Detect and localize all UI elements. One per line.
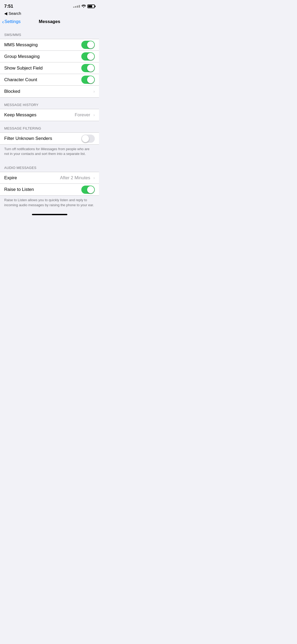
section-header-smsmms: SMS/MMS: [0, 27, 99, 39]
show-subject-field-row: Show Subject Field: [0, 62, 99, 74]
group-messaging-row: Group Messaging: [0, 51, 99, 62]
raise-to-listen-description: Raise to Listen allows you to quickly li…: [0, 196, 99, 211]
keep-messages-label: Keep Messages: [4, 112, 75, 118]
audio-messages-group: Expire After 2 Minutes › Raise to Listen: [0, 172, 99, 196]
expire-value: After 2 Minutes: [60, 175, 90, 181]
home-bar: [32, 214, 67, 215]
wifi-icon: [82, 4, 86, 8]
filter-unknown-senders-row: Filter Unknown Senders: [0, 133, 99, 144]
filter-unknown-senders-label: Filter Unknown Senders: [4, 136, 81, 141]
back-label: Settings: [4, 19, 21, 24]
blocked-row[interactable]: Blocked ›: [0, 86, 99, 97]
filter-unknown-senders-description: Turn off notifications for iMessages fro…: [0, 145, 99, 160]
status-bar: 7:51: [0, 0, 99, 11]
show-subject-field-label: Show Subject Field: [4, 66, 81, 71]
raise-to-listen-label: Raise to Listen: [4, 187, 81, 192]
mms-messaging-toggle[interactable]: [81, 41, 95, 49]
group-messaging-label: Group Messaging: [4, 54, 81, 59]
blocked-label: Blocked: [4, 89, 91, 94]
section-header-audio-messages: AUDIO MESSAGES: [0, 160, 99, 172]
raise-to-listen-toggle[interactable]: [81, 186, 95, 194]
expire-label: Expire: [4, 175, 60, 181]
mms-messaging-row: MMS Messaging: [0, 39, 99, 51]
show-subject-field-toggle[interactable]: [81, 64, 95, 72]
keep-messages-chevron-icon: ›: [93, 113, 95, 117]
mms-messaging-label: MMS Messaging: [4, 42, 81, 48]
character-count-toggle[interactable]: [81, 76, 95, 84]
keep-messages-value: Forever: [75, 112, 90, 118]
character-count-row: Character Count: [0, 74, 99, 86]
keep-messages-row[interactable]: Keep Messages Forever ›: [0, 109, 99, 121]
group-messaging-toggle[interactable]: [81, 52, 95, 61]
smsmms-group: MMS Messaging Group Messaging Show Subje…: [0, 39, 99, 98]
filter-unknown-senders-toggle[interactable]: [81, 135, 95, 143]
blocked-chevron-icon: ›: [93, 89, 95, 94]
expire-row[interactable]: Expire After 2 Minutes ›: [0, 172, 99, 184]
expire-chevron-icon: ›: [93, 176, 95, 180]
status-icons: [73, 4, 95, 8]
page-title: Messages: [39, 19, 60, 24]
section-header-message-history: MESSAGE HISTORY: [0, 98, 99, 109]
nav-bar: ‹ Settings Messages: [0, 17, 99, 27]
home-indicator: [0, 212, 99, 218]
battery-icon: [87, 4, 95, 8]
character-count-label: Character Count: [4, 77, 81, 82]
status-time: 7:51: [4, 4, 13, 9]
message-history-group: Keep Messages Forever ›: [0, 109, 99, 121]
section-header-message-filtering: MESSAGE FILTERING: [0, 121, 99, 132]
message-filtering-group: Filter Unknown Senders: [0, 132, 99, 145]
back-arrow-icon: ‹: [2, 19, 4, 25]
signal-icon: [73, 5, 80, 8]
raise-to-listen-row: Raise to Listen: [0, 184, 99, 195]
search-back: ◀ Search: [0, 11, 99, 17]
settings-back-button[interactable]: ‹ Settings: [2, 19, 21, 25]
